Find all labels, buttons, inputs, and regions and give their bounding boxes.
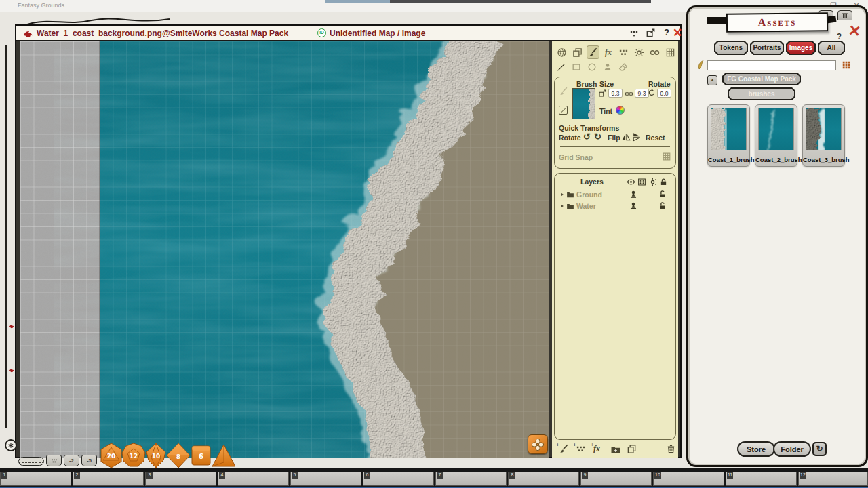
add-stamp-button[interactable]: + [576,444,586,454]
brush-rotate-input[interactable] [657,89,671,98]
d20-die[interactable]: 20 [101,443,121,468]
map-radial-menu-button[interactable] [528,434,548,454]
paint-mode-button[interactable] [587,45,599,59]
hotkey-slot[interactable]: 12 [798,472,868,486]
hotkey-slot[interactable]: 9 [580,472,652,486]
d6-die[interactable]: 6 [192,446,210,465]
hotkey-slot[interactable]: 4 [218,472,289,486]
modifier-slot-button[interactable]: -5 [81,455,97,466]
unlock-icon[interactable] [658,201,667,210]
tab-images[interactable]: Images [786,41,816,55]
paint-layer-icon[interactable] [629,190,638,199]
asset-coast-3-brush[interactable]: Coast_3_brush [802,104,845,167]
add-brush-button[interactable]: + [559,444,569,454]
hotkey-slot[interactable]: 6 [363,472,434,486]
hotkey-slot[interactable]: 7 [435,472,507,486]
hotkey-slot[interactable]: 3 [145,472,216,486]
brush-tool-icon[interactable] [559,87,568,96]
pattern-mode-button[interactable] [618,45,631,59]
store-button[interactable]: Store [737,441,775,457]
clover-icon [531,438,545,451]
coastal-map-canvas[interactable] [20,41,549,458]
brushes-folder-button[interactable]: brushes [728,87,795,100]
folder-button[interactable]: Folder [773,441,811,457]
assets-banner: Assets [726,12,828,32]
asset-thumbnail [806,108,842,150]
lighting-mode-button[interactable] [633,45,646,59]
window-menu-icon[interactable] [629,28,641,40]
modifier-slot-button[interactable] [46,455,62,466]
hotkey-slot[interactable]: 10 [653,472,724,486]
rotate-ccw-button[interactable]: ↺ [583,132,591,142]
rectangle-tool-button[interactable] [570,62,582,73]
d12-die[interactable]: 12 [122,443,145,466]
layer-light-icon[interactable] [648,178,657,186]
eraser-tool-button[interactable] [617,62,629,73]
tab-portraits[interactable]: Portraits [750,41,784,55]
tab-tokens[interactable]: Tokens [714,41,748,55]
brush-preview[interactable] [572,88,595,119]
flip-horizontal-button[interactable] [621,132,631,142]
tab-all[interactable]: All [818,41,845,55]
add-folder-button[interactable] [610,444,621,455]
sidebar-marker-icon[interactable] [9,367,15,373]
hotkey-slot[interactable]: 8 [508,472,579,486]
d4-die[interactable] [212,445,235,466]
add-effect-button[interactable]: +fx [593,444,600,454]
assets-close-button[interactable]: ✕ [847,23,861,39]
hotkey-slot[interactable]: 2 [73,472,144,486]
radial-menu-button[interactable] [5,439,17,451]
expand-chevron-icon[interactable] [559,191,566,198]
map-window: Water_1_coast_background.png@SmiteWorks … [15,24,682,458]
hotkey-slot[interactable]: 1 [0,472,71,486]
layers-mode-button[interactable] [571,45,584,59]
view-grid-button[interactable] [840,59,852,71]
effects-mode-button[interactable]: fx [602,45,615,59]
asset-coast-2-brush[interactable]: Coast_2_brush [755,104,797,167]
modifier-stack[interactable] [18,457,44,466]
collapse-tree-button[interactable]: ▲ [707,75,717,85]
asset-coast-1-brush[interactable]: Coast_1_brush [707,104,750,167]
d8-die[interactable]: 8 [167,443,190,468]
pack-folder-button[interactable]: FG Coastal Map Pack [722,73,801,85]
token-tool-button[interactable] [601,62,613,73]
module-tab-button[interactable] [837,10,852,20]
assets-help-button[interactable]: ? [837,32,842,41]
layer-row-water[interactable]: Water [557,201,674,211]
mask-mode-button[interactable] [648,45,661,59]
brush-size-width-input[interactable] [608,89,623,98]
tokens-mode-button[interactable] [555,45,568,59]
map-subtitle: Unidentified Map / Image [330,28,425,38]
copy-button[interactable] [627,444,637,454]
brush-size-height-input[interactable] [635,89,649,98]
unlock-icon[interactable] [658,190,667,199]
grid-mode-button[interactable] [664,45,677,59]
layer-row-ground[interactable]: Ground [557,190,674,200]
paint-layer-icon[interactable] [629,201,638,211]
columns-icon [842,12,848,19]
visibility-icon[interactable] [627,178,635,186]
expand-chevron-icon[interactable] [559,203,566,209]
lock-icon[interactable] [659,178,668,186]
flip-vertical-button[interactable] [632,132,642,142]
delete-button[interactable] [666,444,676,454]
brush-edit-icon[interactable] [559,106,568,115]
popout-icon[interactable] [646,28,658,40]
grid-snap-toggle[interactable] [662,152,671,161]
hotkey-slot[interactable]: 5 [290,472,361,486]
layer-image-icon[interactable] [637,178,646,186]
refresh-assets-button[interactable]: ↻ [812,442,827,456]
hotkey-slot[interactable]: 11 [726,472,797,486]
map-close-button[interactable]: ✕ [671,27,684,39]
modifier-slot-button[interactable]: -2 [64,455,79,466]
asset-search-input[interactable] [707,60,836,70]
folder-icon [566,190,574,199]
tint-color-wheel[interactable] [616,106,625,115]
link-dimensions-icon[interactable] [625,89,633,98]
rotate-cw-button[interactable]: ↻ [594,132,601,142]
circle-tool-button[interactable] [586,62,597,73]
d10-die[interactable]: 10 [146,443,165,468]
map-window-titlebar[interactable]: Water_1_coast_background.png@SmiteWorks … [16,26,680,41]
freehand-tool-button[interactable] [555,62,566,73]
sidebar-marker-icon[interactable] [9,323,15,329]
